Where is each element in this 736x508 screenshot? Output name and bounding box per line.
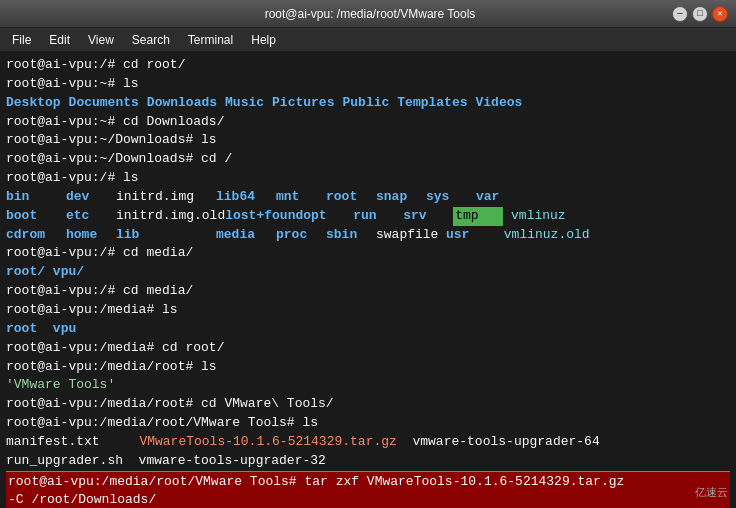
terminal-line: boot etc initrd.img.old lost+found opt r… (6, 207, 730, 226)
close-button[interactable]: ✕ (712, 6, 728, 22)
terminal[interactable]: root@ai-vpu:/# cd root/ root@ai-vpu:~# l… (0, 52, 736, 508)
terminal-line: root@ai-vpu:/# cd media/ (6, 282, 730, 301)
menu-item-search[interactable]: Search (124, 31, 178, 49)
terminal-line: root@ai-vpu:~/Downloads# ls (6, 131, 730, 150)
terminal-line: root/ vpu/ (6, 263, 730, 282)
terminal-line: manifest.txt VMwareTools-10.1.6-5214329.… (6, 433, 730, 452)
menu-item-help[interactable]: Help (243, 31, 284, 49)
watermark: 亿速云 (695, 485, 728, 500)
terminal-line: root@ai-vpu:~/Downloads# cd / (6, 150, 730, 169)
menu-item-view[interactable]: View (80, 31, 122, 49)
terminal-line: root@ai-vpu:~# ls (6, 75, 730, 94)
menu-item-file[interactable]: File (4, 31, 39, 49)
terminal-line: Desktop Documents Downloads Music Pictur… (6, 94, 730, 113)
terminal-line: root@ai-vpu:/media/root/VMware Tools# ls (6, 414, 730, 433)
minimize-button[interactable]: ─ (672, 6, 688, 22)
menu-item-terminal[interactable]: Terminal (180, 31, 241, 49)
terminal-line: root@ai-vpu:/# ls (6, 169, 730, 188)
window-title: root@ai-vpu: /media/root/VMware Tools (68, 7, 672, 21)
terminal-line: root@ai-vpu:/# cd media/ (6, 244, 730, 263)
terminal-line: root@ai-vpu:/media# cd root/ (6, 339, 730, 358)
terminal-line: root@ai-vpu:~# cd Downloads/ (6, 113, 730, 132)
maximize-button[interactable]: □ (692, 6, 708, 22)
titlebar: root@ai-vpu: /media/root/VMware Tools ─ … (0, 0, 736, 28)
menubar: FileEditViewSearchTerminalHelp (0, 28, 736, 52)
terminal-line: run_upgrader.sh vmware-tools-upgrader-32 (6, 452, 730, 471)
window-controls[interactable]: ─ □ ✕ (672, 6, 728, 22)
terminal-line: root@ai-vpu:/media# ls (6, 301, 730, 320)
terminal-line: cdrom home lib media proc sbin swapfile … (6, 226, 730, 245)
terminal-line: 'VMware Tools' (6, 376, 730, 395)
terminal-line: root vpu (6, 320, 730, 339)
terminal-line: root@ai-vpu:/media/root# cd VMware\ Tool… (6, 395, 730, 414)
highlighted-command-line: root@ai-vpu:/media/root/VMware Tools# ta… (6, 471, 730, 508)
terminal-line: root@ai-vpu:/media/root# ls (6, 358, 730, 377)
terminal-line: bin dev initrd.img lib64 mnt root snap s… (6, 188, 730, 207)
terminal-line: root@ai-vpu:/# cd root/ (6, 56, 730, 75)
menu-item-edit[interactable]: Edit (41, 31, 78, 49)
